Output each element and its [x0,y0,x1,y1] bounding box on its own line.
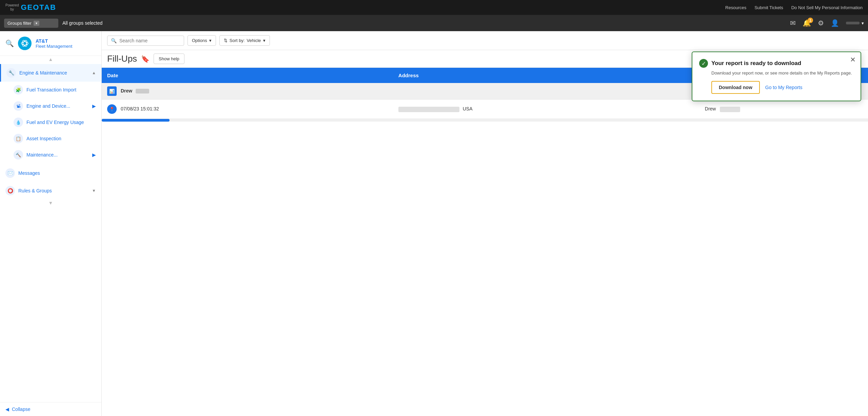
logo-area: Powered by GEOTAB [5,3,56,12]
engine-expand-icon: ▲ [92,70,96,75]
address-column-header: Address [393,68,699,83]
fuel-transaction-label: Fuel Transaction Import [26,87,76,92]
options-button[interactable]: Options ▾ [188,35,216,46]
powered-by-text: Powered by [5,3,19,12]
engine-maintenance-label: Engine & Maintenance [19,70,88,76]
settings-button[interactable]: ⚙ [818,19,824,27]
groups-filter-chevron: ▾ [34,21,39,26]
show-help-button[interactable]: Show help [154,54,184,64]
maintenance-icon: 🔨 [14,150,23,160]
att-logo [18,37,32,50]
collapse-label: Collapse [12,407,30,412]
fuel-ev-icon: 💧 [14,118,23,127]
att-logo-svg [20,39,29,48]
date-column-header: Date [102,68,393,83]
success-check-icon: ✓ [699,59,708,68]
scroll-up-indicator: ▲ [0,56,101,63]
sort-value: Vehicle [247,38,261,43]
groups-filter-label: Groups filter [7,21,32,26]
go-to-my-reports-link[interactable]: Go to My Reports [765,85,803,90]
user-dropdown[interactable]: ▾ [846,21,864,26]
options-label: Options [192,38,207,43]
scrollbar-thumb[interactable] [102,119,170,122]
bookmark-icon[interactable]: 🔖 [141,55,150,63]
svg-point-0 [20,39,29,48]
user-dropdown-chevron: ▾ [862,21,864,26]
do-not-sell-link[interactable]: Do Not Sell My Personal Information [791,5,863,10]
filter-bar-right: ✉ 🔔 1 ⚙ 👤 ▾ [790,19,864,27]
group-icon: 📊 [107,86,117,96]
address-blur [398,107,459,112]
sidebar-item-messages[interactable]: ✉️ Messages [0,164,101,182]
device-blur [720,107,740,112]
device-name: Drew [705,106,716,111]
address-suffix: USA [463,106,473,111]
content-area: 🔍 Options ▾ ⇅ Sort by: Vehicle ▾ Fill-Up… [102,31,868,416]
company-subtitle: Fleet Management [36,44,72,49]
engine-device-label: Engine and Device... [26,103,89,109]
table-horizontal-scrollbar[interactable] [102,119,868,122]
show-help-label: Show help [159,56,179,61]
rules-groups-icon: ⭕ [5,186,15,195]
sidebar-item-fuel-ev[interactable]: 💧 Fuel and EV Energy Usage [0,114,101,130]
date-cell: 📍 07/08/23 15:01:32 [102,100,393,119]
engine-maintenance-section: 🔧 Engine & Maintenance ▲ 🧩 Fuel Transact… [0,63,101,164]
address-cell: USA [393,100,699,119]
device-cell: Drew [699,100,868,119]
sidebar-item-asset-inspection[interactable]: 📋 Asset Inspection [0,130,101,147]
engine-device-icon: 📽 [14,101,23,111]
fuel-ev-label: Fuel and EV Energy Usage [26,120,84,125]
maintenance-label: Maintenance... [26,152,89,158]
group-name: Drew [121,88,132,93]
collapse-arrow-icon: ◀ [5,407,9,412]
search-input[interactable] [119,38,180,43]
notifications-button[interactable]: 🔔 1 [803,19,811,27]
sidebar-item-fuel-transaction[interactable]: 🧩 Fuel Transaction Import [0,82,101,98]
sidebar-item-rules-groups[interactable]: ⭕ Rules & Groups ▼ [0,182,101,200]
scroll-down-indicator: ▼ [0,200,101,206]
user-icon: 👤 [831,19,839,27]
main-layout: 🔍 AT&T Fleet Management ▲ 🔧 Eng [0,31,868,416]
sidebar-item-maintenance[interactable]: 🔨 Maintenance... ▶ [0,147,101,163]
sidebar: 🔍 AT&T Fleet Management ▲ 🔧 Eng [0,31,102,416]
user-button[interactable]: 👤 [831,19,839,27]
sidebar-search-icon[interactable]: 🔍 [5,39,14,47]
company-name-area: AT&T Fleet Management [36,38,72,49]
content-toolbar: 🔍 Options ▾ ⇅ Sort by: Vehicle ▾ [102,31,868,50]
date-value: 07/08/23 15:01:32 [121,106,159,111]
sort-button[interactable]: ⇅ Sort by: Vehicle ▾ [219,35,270,46]
download-now-button[interactable]: Download now [711,81,760,94]
submit-tickets-link[interactable]: Submit Tickets [754,5,783,10]
notification-badge: 1 [808,18,813,23]
group-name-blur [136,89,149,93]
notification-close-button[interactable]: ✕ [850,56,856,64]
sidebar-bottom: ◀ Collapse [0,402,101,416]
notification-body: Download your report now, or see more de… [711,70,854,76]
rules-groups-label: Rules & Groups [18,188,88,193]
sort-icon: ⇅ [224,38,228,43]
page-title: Fill-Ups [107,54,137,64]
collapse-button[interactable]: ◀ Collapse [5,407,30,412]
sidebar-item-engine-maintenance[interactable]: 🔧 Engine & Maintenance ▲ [0,64,101,82]
messages-icon-button[interactable]: ✉ [790,19,796,27]
user-name-display [846,22,860,24]
messages-nav-icon: ✉️ [5,168,15,178]
sidebar-item-engine-device[interactable]: 📽 Engine and Device... ▶ [0,98,101,114]
maintenance-arrow: ▶ [92,152,96,158]
top-bar: Powered by GEOTAB Resources Submit Ticke… [0,0,868,15]
messages-label: Messages [18,170,96,176]
options-chevron-icon: ▾ [209,38,212,43]
all-groups-selected: All groups selected [62,20,102,26]
sort-label: Sort by: [230,38,245,43]
mail-icon: ✉ [790,19,796,27]
location-icon: 📍 [107,104,117,114]
gear-icon: ⚙ [818,19,824,27]
resources-link[interactable]: Resources [725,5,746,10]
company-name: AT&T [36,38,72,44]
notification-actions: Download now Go to My Reports [711,81,854,94]
table-row[interactable]: 📍 07/08/23 15:01:32 USA Drew [102,100,868,119]
asset-inspection-icon: 📋 [14,134,23,143]
search-input-wrapper: 🔍 [107,36,184,46]
notification-popup: ✕ ✓ Your report is ready to download Dow… [692,51,861,101]
groups-filter-button[interactable]: Groups filter ▾ [4,19,58,28]
